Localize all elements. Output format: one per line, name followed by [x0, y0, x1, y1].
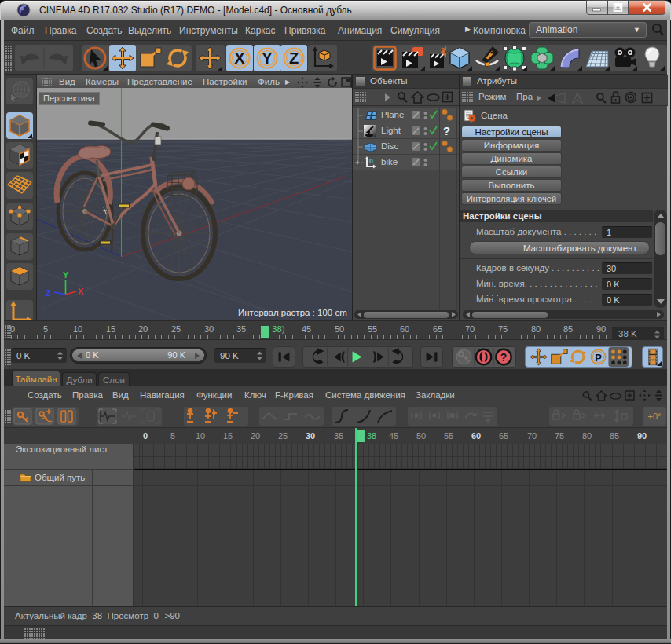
- svg-text:+0°: +0°: [648, 412, 662, 421]
- svg-text:X: X: [234, 49, 245, 67]
- svg-text:Z: Z: [289, 49, 299, 67]
- svg-text:P: P: [595, 352, 602, 364]
- svg-text:Y: Y: [262, 49, 273, 67]
- svg-text:?: ?: [500, 351, 507, 364]
- svg-text:X: X: [78, 287, 84, 296]
- svg-text:0: 0: [369, 157, 373, 165]
- svg-text:?: ?: [443, 124, 450, 137]
- svg-text:Z: Z: [46, 288, 51, 298]
- svg-text:Y: Y: [63, 270, 69, 280]
